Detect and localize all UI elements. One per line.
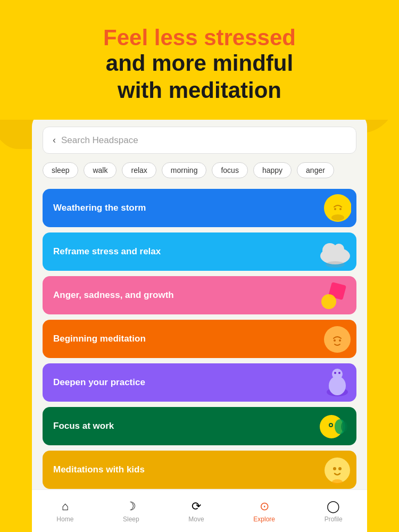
tag-focus[interactable]: focus xyxy=(212,162,247,178)
course-illus-reframe xyxy=(309,232,356,271)
bottom-nav: ⌂ Home ☽ Sleep ⟳ Move ⊙ Explore ◯ Profil… xyxy=(32,489,367,532)
tag-morning[interactable]: morning xyxy=(162,162,207,178)
nav-explore-label: Explore xyxy=(253,516,275,523)
main-card: ‹ Search Headspace sleep walk relax morn… xyxy=(32,112,367,532)
sleep-icon: ☽ xyxy=(126,500,136,513)
tags-row: sleep walk relax morning focus happy ang… xyxy=(32,162,367,186)
kids-illustration xyxy=(314,453,351,487)
course-anger[interactable]: Anger, sadness, and growth xyxy=(43,276,356,314)
pink-shape-illustration xyxy=(314,278,351,313)
tag-happy[interactable]: happy xyxy=(253,162,292,178)
cloud-illustration xyxy=(311,235,354,269)
course-label-reframe: Reframe stress and relax xyxy=(53,246,309,257)
explore-icon: ⊙ xyxy=(260,500,269,513)
course-weathering[interactable]: Weathering the storm xyxy=(43,189,356,227)
nav-home[interactable]: ⌂ Home xyxy=(56,500,73,523)
svg-point-15 xyxy=(332,369,343,379)
course-illus-focus xyxy=(309,407,356,445)
nav-move[interactable]: ⟳ Move xyxy=(188,500,204,523)
course-reframe[interactable]: Reframe stress and relax xyxy=(43,232,356,271)
tag-walk[interactable]: walk xyxy=(84,162,117,178)
search-placeholder: Search Headspace xyxy=(61,135,138,146)
svg-point-16 xyxy=(334,372,336,374)
course-illus-beginning xyxy=(309,320,356,358)
svg-point-3 xyxy=(339,208,342,210)
back-icon: ‹ xyxy=(53,135,56,146)
nav-profile[interactable]: ◯ Profile xyxy=(325,500,343,523)
course-label-kids: Meditations with kids xyxy=(53,464,309,475)
svg-point-11 xyxy=(334,339,336,342)
course-deepen[interactable]: Deepen your practice xyxy=(43,363,356,402)
course-illus-anger xyxy=(309,276,356,314)
nav-home-label: Home xyxy=(56,516,73,523)
svg-point-26 xyxy=(332,479,343,485)
svg-point-2 xyxy=(334,208,336,210)
header-line2: and more mindful with meditation xyxy=(16,50,383,104)
profile-icon: ◯ xyxy=(327,500,340,513)
header-area: Feel less stressed and more mindful with… xyxy=(0,0,399,120)
svg-point-12 xyxy=(339,339,341,342)
home-icon: ⌂ xyxy=(62,500,69,513)
search-bar[interactable]: ‹ Search Headspace xyxy=(43,127,356,154)
nav-sleep[interactable]: ☽ Sleep xyxy=(123,500,139,523)
nav-sleep-label: Sleep xyxy=(123,516,139,523)
svg-point-10 xyxy=(324,326,351,353)
course-kids[interactable]: Meditations with kids xyxy=(43,451,356,489)
purple-figure-illustration xyxy=(314,365,351,400)
course-label-weathering: Weathering the storm xyxy=(53,203,309,213)
course-illus-weathering xyxy=(309,189,356,227)
courses-list: Weathering the storm Reframe stress and … xyxy=(32,186,367,532)
svg-point-23 xyxy=(325,458,350,483)
course-label-focus: Focus at work xyxy=(53,421,309,431)
svg-point-1 xyxy=(331,214,344,221)
course-illus-deepen xyxy=(309,363,356,402)
tag-anger[interactable]: anger xyxy=(297,162,334,178)
course-label-anger: Anger, sadness, and growth xyxy=(53,290,309,301)
move-icon: ⟳ xyxy=(192,500,201,513)
course-label-deepen: Deepen your practice xyxy=(53,377,309,388)
svg-point-6 xyxy=(334,244,344,254)
course-focus[interactable]: Focus at work xyxy=(43,407,356,445)
course-beginning[interactable]: Beginning meditation xyxy=(43,320,356,358)
nav-explore[interactable]: ⊙ Explore xyxy=(253,500,275,523)
course-label-beginning: Beginning meditation xyxy=(53,334,309,344)
nav-profile-label: Profile xyxy=(325,516,343,523)
svg-point-24 xyxy=(333,467,336,470)
sun-illustration xyxy=(314,191,351,226)
svg-point-7 xyxy=(326,261,345,268)
svg-point-25 xyxy=(338,467,342,470)
svg-point-17 xyxy=(338,372,340,374)
svg-point-20 xyxy=(330,424,332,426)
svg-point-9 xyxy=(321,294,336,309)
orange-sun-illustration xyxy=(314,322,351,356)
nav-move-label: Move xyxy=(188,516,204,523)
svg-point-22 xyxy=(341,421,347,432)
tag-sleep[interactable]: sleep xyxy=(43,162,78,178)
course-illus-kids xyxy=(309,451,356,489)
header-line1: Feel less stressed xyxy=(16,26,383,50)
green-focus-illustration xyxy=(311,409,354,444)
tag-relax[interactable]: relax xyxy=(122,162,156,178)
